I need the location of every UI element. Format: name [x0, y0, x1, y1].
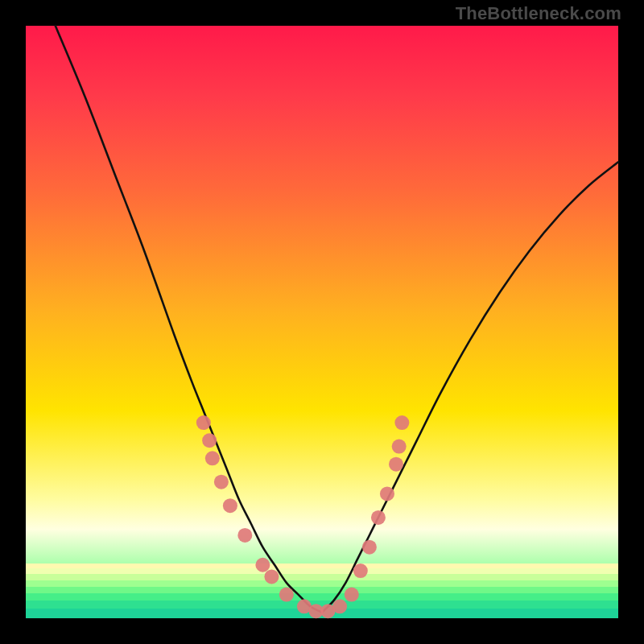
data-marker — [380, 486, 394, 501]
chart-stage: TheBottleneck.com — [0, 0, 644, 644]
data-marker — [223, 498, 237, 513]
watermark-text: TheBottleneck.com — [456, 3, 621, 24]
data-marker — [264, 569, 279, 584]
data-marker — [394, 415, 409, 430]
data-marker — [255, 558, 270, 572]
data-marker — [202, 433, 217, 448]
data-marker — [371, 510, 386, 525]
marker-layer — [196, 415, 410, 618]
data-marker — [279, 588, 294, 602]
data-marker — [392, 440, 407, 454]
data-marker — [332, 599, 347, 613]
chart-svg — [26, 26, 618, 618]
data-marker — [353, 564, 368, 578]
data-marker — [214, 475, 229, 489]
data-marker — [362, 540, 377, 555]
data-marker — [345, 588, 359, 602]
data-marker — [389, 457, 403, 472]
curve-left-curve — [56, 26, 322, 613]
plot-area — [26, 26, 618, 618]
curve-layer — [56, 26, 618, 613]
data-marker — [196, 415, 211, 430]
data-marker — [237, 528, 252, 543]
data-marker — [205, 451, 220, 465]
